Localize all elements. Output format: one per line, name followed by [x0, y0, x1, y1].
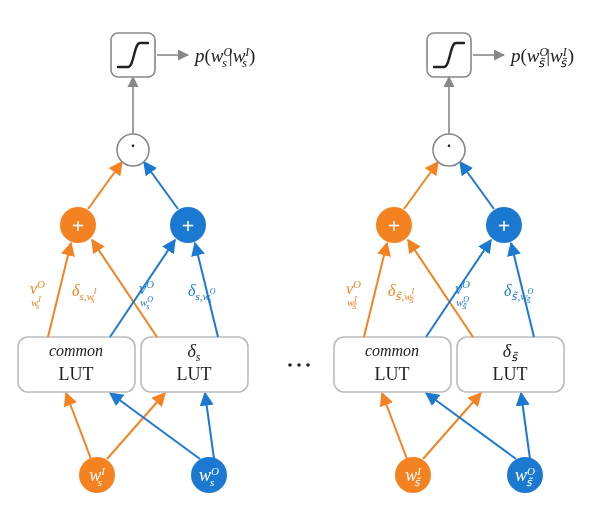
- edge-label-vO-wI-sub: wIs: [31, 295, 41, 311]
- architecture-diagram: common LUT δs LUT vO wIs δs,wIs vO wOs: [0, 0, 614, 518]
- replica-s: common LUT δs LUT vO wIs δs,wIs vO wOs: [18, 33, 255, 493]
- plus-label-wO-r: +: [498, 213, 511, 238]
- edge-label-delta-wI-r: δs̃,wIs̃: [388, 282, 415, 305]
- edge-wI-to-commonLUT-r: [382, 393, 407, 459]
- replica-stilde: common LUT δs̃ LUT vO wIs̃ δs̃,wIs̃ vO w…: [334, 33, 574, 493]
- edge-common-to-plusI: [48, 243, 71, 337]
- edge-plusO-to-dot-r: [460, 162, 494, 209]
- edge-plusO-to-dot: [144, 162, 178, 209]
- input-label-wI-r: wIs̃: [405, 465, 422, 488]
- edge-plusI-to-dot: [88, 162, 122, 209]
- edge-label-vO-wO-sub-r: wOs̃: [456, 295, 469, 311]
- plus-label-wI: +: [72, 213, 85, 238]
- edge-label-delta-wO-r: δs̃,wOs̃: [504, 282, 534, 305]
- edge-label-delta-wI: δs,wIs: [72, 282, 97, 305]
- output-label-right: p(wOs̃|wIs̃): [509, 45, 574, 70]
- ellipsis: [288, 363, 310, 367]
- edge-label-delta-wO: δs,wOs: [188, 282, 216, 305]
- svg-point-1: [297, 363, 301, 367]
- label-delta-lut-bot-r: LUT: [493, 364, 528, 384]
- edge-common-to-plusI-r: [364, 243, 387, 337]
- label-common-lut-top: common: [49, 342, 103, 359]
- label-delta-lut-bot: LUT: [177, 364, 212, 384]
- edge-wO-to-deltaLUT: [205, 393, 214, 459]
- dot-label-r: ·: [446, 133, 452, 158]
- edge-wI-to-commonLUT: [66, 393, 91, 459]
- svg-point-2: [306, 363, 310, 367]
- plus-label-wO: +: [182, 213, 195, 238]
- plus-label-wI-r: +: [388, 213, 401, 238]
- edge-plusI-to-dot-r: [404, 162, 438, 209]
- label-common-lut-bot: LUT: [59, 364, 94, 384]
- edge-wO-to-deltaLUT-r: [521, 393, 530, 459]
- svg-point-0: [288, 363, 292, 367]
- edge-label-vO-wI-sub-r: wIs̃: [347, 295, 357, 311]
- output-label-left: p(wOs|wIs): [193, 45, 255, 70]
- label-common-lut-bot-r: LUT: [375, 364, 410, 384]
- label-common-lut-top-r: common: [365, 342, 419, 359]
- dot-label: ·: [130, 133, 136, 158]
- edge-label-vO-wO-sub: wOs: [140, 295, 153, 311]
